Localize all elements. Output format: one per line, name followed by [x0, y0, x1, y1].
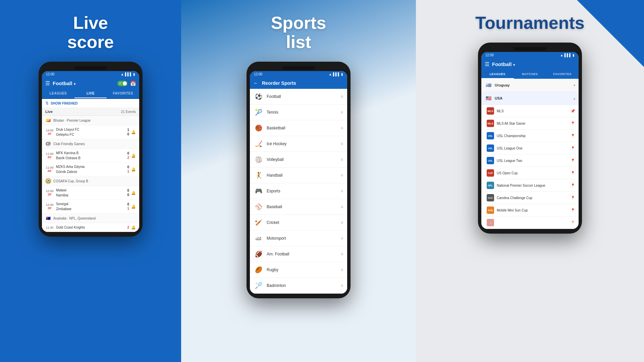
- league-name-us-open-cup: US Open Cup: [497, 171, 571, 175]
- pin-icon[interactable]: 📍: [571, 208, 575, 213]
- mid-phone-screen: 12:00 ▲ ▌▌▌ ▮ ← Reorder Sports ⚽ Footbal…: [250, 71, 347, 294]
- sport-item-basketball[interactable]: 🏀 Basketball ≡: [250, 120, 347, 136]
- tab-favorites[interactable]: FAVORITES: [107, 89, 139, 98]
- match-row[interactable]: 11:00 83' MFK Karvina B Baník Ostrava B …: [42, 149, 139, 163]
- tab-leagues[interactable]: LEAGUES: [42, 89, 74, 98]
- sport-item-volleyball[interactable]: 🏐 Volleyball ≡: [250, 152, 347, 168]
- us-open-cup-logo: CUP: [487, 169, 494, 177]
- bell-icon[interactable]: 🔔: [131, 225, 136, 230]
- match-row[interactable]: 11:00 69' MZKS Arka Gdynia Górnik Zabrze…: [42, 163, 139, 176]
- country-row-uruguay[interactable]: 🇺🇾 Uruguay ▾: [481, 79, 579, 92]
- league-row-usl-league-one[interactable]: USL USL League One 📍: [481, 142, 579, 155]
- selected-sport: Football: [492, 61, 512, 67]
- sport-item-handball[interactable]: 🤾 Handball ≡: [250, 168, 347, 183]
- cosafa-flag: ⚽: [45, 178, 51, 184]
- carolina-logo: CCC: [487, 194, 494, 201]
- tab-favorites[interactable]: FAVORITES: [546, 70, 579, 79]
- sport-selector[interactable]: Football ▾: [492, 61, 575, 67]
- back-button[interactable]: ←: [253, 80, 259, 86]
- match-scores: 0 2: [127, 152, 129, 160]
- league-row-usl-league-two[interactable]: USL USL League Two 📍: [481, 155, 579, 167]
- drag-handle-icon[interactable]: ≡: [341, 267, 343, 272]
- drag-handle-icon[interactable]: ≡: [341, 173, 343, 178]
- live-toggle[interactable]: ⏱: [117, 81, 127, 86]
- menu-icon[interactable]: ☰: [45, 80, 50, 86]
- pin-icon[interactable]: 📍: [571, 171, 575, 175]
- bell-icon[interactable]: 🔔: [131, 204, 136, 209]
- match-row[interactable]: 12:00 28' Senegal Zimbabwe 0 1 🔔: [42, 200, 139, 214]
- calendar-icon[interactable]: 📅: [130, 81, 136, 86]
- wifi-icon: ▲: [329, 72, 332, 76]
- status-bar: 12:00 ▲ ▌▌▌ ▮: [250, 71, 347, 77]
- drag-handle-icon[interactable]: ≡: [341, 94, 343, 99]
- sport-item-tennis[interactable]: 🎾 Tennis ≡: [250, 105, 347, 120]
- pin-icon[interactable]: 📍: [571, 134, 575, 138]
- drag-handle-icon[interactable]: ≡: [341, 189, 343, 193]
- pin-icon[interactable]: 📍: [571, 196, 575, 200]
- country-row-usa[interactable]: 🇺🇸 USA ▴: [481, 92, 579, 105]
- sports-list: ⚽ Football ≡ 🎾 Tennis ≡ 🏀 Basketball ≡ 🏒…: [250, 89, 347, 294]
- sport-item-motorsport[interactable]: 🏎 Motorsport ≡: [250, 231, 347, 246]
- tab-leagues[interactable]: LEAGUES: [481, 70, 514, 79]
- pin-icon[interactable]: 📍: [571, 221, 575, 225]
- pin-icon[interactable]: 📌: [571, 109, 575, 113]
- rugby-icon: 🏉: [254, 265, 263, 275]
- drag-handle-icon[interactable]: ≡: [341, 110, 343, 115]
- drag-handle-icon[interactable]: ≡: [341, 141, 343, 146]
- menu-icon[interactable]: ☰: [485, 61, 489, 67]
- league-row-us-open-cup[interactable]: CUP US Open Cup 📍: [481, 167, 579, 179]
- sport-item-badminton[interactable]: 🏸 Badminton ≡: [250, 278, 347, 294]
- left-title: Live score: [67, 13, 114, 52]
- sport-item-football[interactable]: ⚽ Football ≡: [250, 89, 347, 105]
- tab-matches[interactable]: MATCHES: [514, 70, 546, 79]
- drag-handle-icon[interactable]: ≡: [341, 220, 343, 225]
- status-time: 12:00: [485, 53, 494, 57]
- football-icon: ⚽: [254, 92, 263, 101]
- match-scores: 2: [127, 226, 129, 229]
- pin-icon[interactable]: 📍: [571, 183, 575, 188]
- sport-selector[interactable]: Football ▾: [53, 80, 115, 86]
- drag-handle-icon[interactable]: ≡: [341, 252, 343, 256]
- pin-icon[interactable]: 📍: [571, 159, 575, 163]
- wifi-icon: ▲: [560, 53, 564, 57]
- league-row-mls[interactable]: MLS MLS 📌: [481, 105, 579, 117]
- sport-item-rugby[interactable]: 🏉 Rugby ≡: [250, 262, 347, 278]
- bell-icon[interactable]: 🔔: [131, 154, 136, 158]
- pin-icon[interactable]: 📍: [571, 146, 575, 150]
- pin-icon[interactable]: 📍: [571, 121, 575, 126]
- tennis-icon: 🎾: [254, 108, 263, 117]
- sport-item-esports[interactable]: 🎮 Esports ≡: [250, 183, 347, 199]
- bell-icon[interactable]: 🔔: [131, 167, 136, 172]
- sport-item-am-football[interactable]: 🏈 Am. Football ≡: [250, 246, 347, 262]
- drag-handle-icon[interactable]: ≡: [341, 204, 343, 209]
- drag-handle-icon[interactable]: ≡: [341, 236, 343, 241]
- signal-icon: ▌▌▌: [565, 53, 572, 57]
- league-row-sun-cup[interactable]: SUN Mobile Mini Sun Cup 📍: [481, 204, 579, 217]
- league-row-usl-championship[interactable]: USL USL Championship 📍: [481, 130, 579, 142]
- league-row-extra[interactable]: ... 📍: [481, 217, 579, 229]
- match-scores: 0 1: [127, 165, 129, 173]
- league-row-mls-allstar[interactable]: MLS MLS All Star Game 📍: [481, 117, 579, 130]
- toggle-knob: [123, 81, 127, 85]
- match-row[interactable]: 11:30 Gold Coast Knights 2 🔔: [42, 223, 139, 232]
- match-row[interactable]: 14:00 26' Druk Lhayul FC Gelephu FC 1 0 …: [42, 125, 139, 139]
- sport-item-cricket[interactable]: 🏏 Cricket ≡: [250, 215, 347, 231]
- match-row[interactable]: 12:00 28' Malawi Namibia 0 0 🔔: [42, 186, 139, 200]
- league-row-carolina[interactable]: CCC Carolina Challenge Cup 📍: [481, 192, 579, 204]
- volleyball-icon: 🏐: [254, 155, 263, 164]
- league-row-npsl[interactable]: NPL National Premier Soccer League 📍: [481, 179, 579, 192]
- match-teams: Senegal Zimbabwe: [56, 201, 125, 212]
- sport-item-ice-hockey[interactable]: 🏒 Ice Hockey ≡: [250, 136, 347, 152]
- show-finished-button[interactable]: SHOW FINISHED: [51, 102, 78, 105]
- drag-handle-icon[interactable]: ≡: [341, 157, 343, 162]
- mid-phone: 12:00 ▲ ▌▌▌ ▮ ← Reorder Sports ⚽ Footbal…: [247, 62, 351, 298]
- sport-item-baseball[interactable]: ⚾ Baseball ≡: [250, 199, 347, 215]
- drag-handle-icon[interactable]: ≡: [341, 283, 343, 288]
- bell-icon[interactable]: 🔔: [131, 130, 136, 134]
- match-time: 11:30: [45, 226, 54, 229]
- app-header: ☰ Football ▾: [481, 58, 579, 70]
- tab-live[interactable]: LIVE: [74, 89, 107, 98]
- bell-icon[interactable]: 🔔: [131, 191, 136, 195]
- sport-name: Motorsport: [267, 236, 341, 241]
- drag-handle-icon[interactable]: ≡: [341, 126, 343, 130]
